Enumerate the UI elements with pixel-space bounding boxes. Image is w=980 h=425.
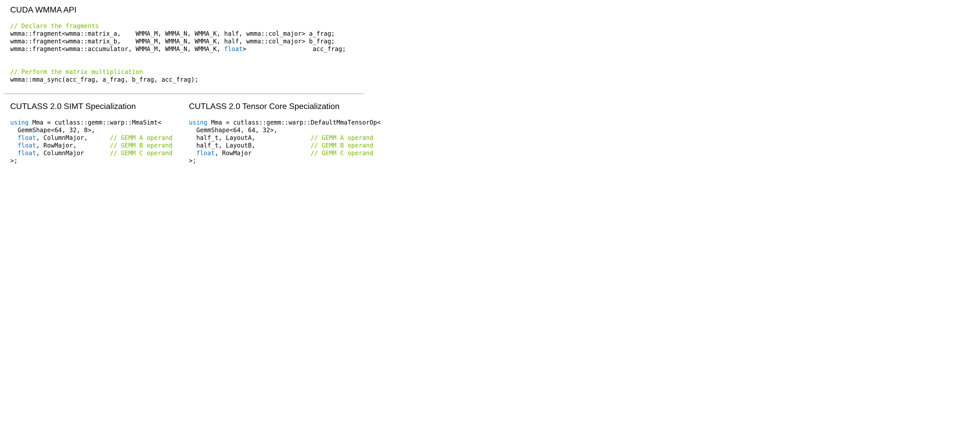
column-simt: CUTLASS 2.0 SIMT Specialization using Mm… [10,102,169,165]
heading-tensorcore: CUTLASS 2.0 Tensor Core Specialization [189,102,357,111]
column-tensorcore: CUTLASS 2.0 Tensor Core Specialization u… [189,102,357,165]
heading-simt: CUTLASS 2.0 SIMT Specialization [10,102,169,111]
heading-wmma: CUDA WMMA API [10,5,970,14]
slide-content: CUDA WMMA API // Declare the fragments w… [0,0,980,425]
divider [4,94,364,94]
two-column-row: CUTLASS 2.0 SIMT Specialization using Mm… [10,102,970,165]
code-block-tensorcore: using Mma = cutlass::gemm::warp::Default… [189,119,357,165]
code-block-simt: using Mma = cutlass::gemm::warp::MmaSimt… [10,119,169,165]
code-block-wmma: // Declare the fragments wmma::fragment<… [10,22,970,83]
